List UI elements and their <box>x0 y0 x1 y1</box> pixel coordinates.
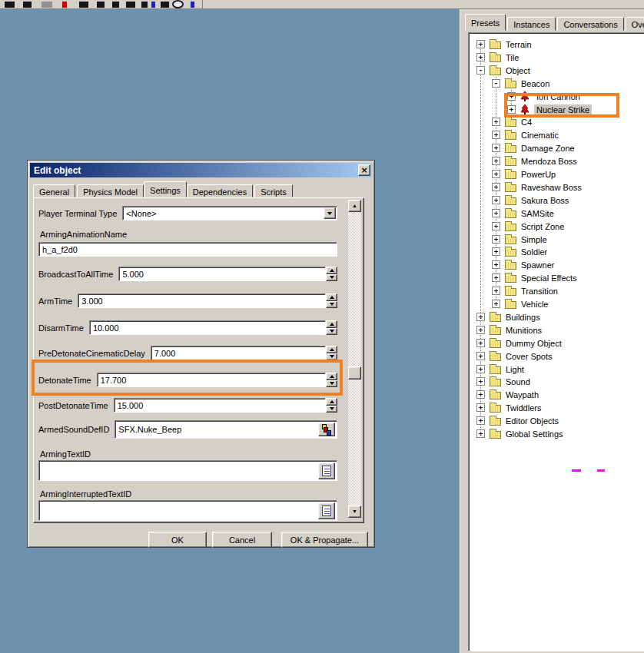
tree-item-label[interactable]: Spawner <box>519 260 556 270</box>
text-lookup-button[interactable] <box>318 502 335 519</box>
tree-item-script-zone[interactable]: +Script Zone <box>469 220 644 233</box>
tree-item-sakura-boss[interactable]: +Sakura Boss <box>469 194 644 207</box>
post-detonate-time-input[interactable]: 15.000 <box>114 398 326 413</box>
tree-item-label[interactable]: Sakura Boss <box>519 195 571 206</box>
tree-item-buildings[interactable]: +Buildings <box>469 311 644 323</box>
close-icon[interactable]: × <box>358 164 370 176</box>
expand-icon[interactable]: + <box>476 403 485 412</box>
expand-icon[interactable]: + <box>476 429 485 438</box>
spin-up-icon[interactable] <box>326 346 337 353</box>
expand-icon[interactable]: + <box>476 53 485 61</box>
ok-button[interactable]: OK <box>148 532 207 548</box>
spin-down-icon[interactable] <box>326 406 337 413</box>
tree-item-editor-objects[interactable]: +Editor Objects <box>469 415 644 427</box>
spin-up-icon[interactable] <box>326 320 337 328</box>
tree-item-label[interactable]: PowerUp <box>519 169 558 180</box>
toolbar-icon-fragment[interactable] <box>161 2 169 8</box>
expand-icon[interactable]: + <box>492 300 500 308</box>
expand-icon[interactable]: + <box>492 118 500 126</box>
tree-item-raveshaw-boss[interactable]: +Raveshaw Boss <box>469 181 644 194</box>
expand-icon[interactable]: + <box>476 352 485 360</box>
toolbar-icon-fragment[interactable] <box>151 2 155 8</box>
collapse-icon[interactable]: - <box>492 79 500 88</box>
tree-item-cover-spots[interactable]: +Cover Spots <box>469 350 644 363</box>
preset-tree[interactable]: +Terrain+Tile-Object-Beacon+Ion Cannon+N… <box>468 32 644 651</box>
toolbar-icon-fragment[interactable] <box>41 2 52 8</box>
tree-item-twiddlers[interactable]: +Twiddlers <box>469 402 644 414</box>
tree-item-label[interactable]: SAMSite <box>519 208 556 219</box>
expand-icon[interactable]: + <box>476 40 485 48</box>
tree-item-label[interactable]: Terrain <box>503 39 534 50</box>
expand-icon[interactable]: + <box>492 144 500 152</box>
toolbar-icon-fragment[interactable] <box>126 2 135 8</box>
tree-item-label[interactable]: Tile <box>503 52 521 63</box>
arm-time-spinner[interactable] <box>326 293 337 308</box>
expand-icon[interactable]: + <box>492 260 500 269</box>
expand-icon[interactable]: + <box>492 157 500 165</box>
tree-item-spawner[interactable]: +Spawner <box>469 259 644 271</box>
tab-conversations[interactable]: Conversations <box>557 17 623 31</box>
expand-icon[interactable]: + <box>492 196 500 204</box>
spin-up-icon[interactable] <box>326 293 337 301</box>
toolbar-icon-fragment[interactable] <box>5 2 15 8</box>
toolbar-icon-fragment[interactable] <box>191 2 194 8</box>
arming-animation-name-input[interactable]: h_a_f2d0 <box>38 242 337 257</box>
arming-text-id-input[interactable] <box>38 460 337 481</box>
cancel-button[interactable]: Cancel <box>212 532 272 548</box>
tree-item-label[interactable]: Soldier <box>519 247 549 257</box>
expand-icon[interactable]: + <box>476 365 485 373</box>
pre-detonate-cinematic-delay-spinner[interactable] <box>326 346 337 360</box>
dropdown-arrow-icon[interactable] <box>324 207 336 219</box>
tree-item-label[interactable]: Global Settings <box>503 429 566 439</box>
tree-item-munitions[interactable]: +Munitions <box>469 324 644 336</box>
toolbar-icon-fragment[interactable] <box>23 2 32 8</box>
tree-item-label[interactable]: Vehicle <box>519 299 550 310</box>
expand-icon[interactable]: + <box>476 416 485 425</box>
tree-item-sound[interactable]: +Sound <box>469 376 644 388</box>
player-terminal-type-input[interactable]: <None> <box>122 206 337 220</box>
arming-interrupted-text-id-input[interactable] <box>38 500 337 521</box>
expand-icon[interactable]: + <box>492 235 500 244</box>
tree-item-label[interactable]: Simple <box>519 234 549 245</box>
tree-item-label[interactable]: Special Effects <box>519 273 579 283</box>
broadcast-to-all-time-input[interactable]: 5.000 <box>118 267 326 281</box>
tree-item-vehicle[interactable]: +Vehicle <box>469 298 644 310</box>
tree-item-transition[interactable]: +Transition <box>469 285 644 297</box>
tree-item-beacon[interactable]: -Beacon <box>469 78 644 90</box>
tree-item-waypath[interactable]: +Waypath <box>469 389 644 401</box>
arm-time-input[interactable]: 3.000 <box>78 293 326 308</box>
tree-item-damage-zone[interactable]: +Damage Zone <box>469 142 644 154</box>
tree-item-label[interactable]: Cover Spots <box>503 351 555 362</box>
text-lookup-button[interactable] <box>318 462 335 479</box>
broadcast-to-all-time-spinner[interactable] <box>326 267 337 281</box>
dialog-tab-dependencies[interactable]: Dependencies <box>187 184 253 197</box>
tree-item-c4[interactable]: +C4 <box>469 116 644 128</box>
toolbar-icon-fragment[interactable] <box>97 2 105 8</box>
scrollbar-thumb[interactable] <box>348 366 361 380</box>
tree-item-mendoza-boss[interactable]: +Mendoza Boss <box>469 155 644 167</box>
tree-item-cinematic[interactable]: +Cinematic <box>469 129 644 141</box>
tree-item-label[interactable]: Damage Zone <box>519 143 577 154</box>
tree-item-label[interactable]: Munitions <box>503 325 544 336</box>
tree-item-terrain[interactable]: +Terrain <box>469 38 644 51</box>
toolbar-icon-fragment[interactable] <box>141 2 148 8</box>
tree-item-label[interactable]: Editor Objects <box>503 416 561 426</box>
scroll-up-icon[interactable]: ▲ <box>348 200 361 212</box>
toolbar-icon-fragment[interactable] <box>79 2 88 8</box>
spin-down-icon[interactable] <box>326 274 337 282</box>
tree-item-object[interactable]: -Object <box>469 65 644 77</box>
tree-item-soldier[interactable]: +Soldier <box>469 246 644 258</box>
expand-icon[interactable]: + <box>476 326 485 334</box>
expand-icon[interactable]: + <box>492 273 500 282</box>
expand-icon[interactable]: + <box>476 313 485 321</box>
dialog-tab-settings[interactable]: Settings <box>144 181 187 197</box>
expand-icon[interactable]: + <box>492 170 500 178</box>
tree-item-label[interactable]: Raveshaw Boss <box>519 182 584 193</box>
spin-down-icon[interactable] <box>326 301 337 309</box>
tree-item-label[interactable]: Mendoza Boss <box>519 156 579 167</box>
expand-icon[interactable]: + <box>476 377 485 386</box>
tree-item-label[interactable]: Light <box>503 364 526 375</box>
tree-item-label[interactable]: Dummy Object <box>503 338 564 349</box>
tree-item-label[interactable]: Waypath <box>503 389 541 400</box>
toolbar-icon-fragment[interactable] <box>172 0 184 8</box>
